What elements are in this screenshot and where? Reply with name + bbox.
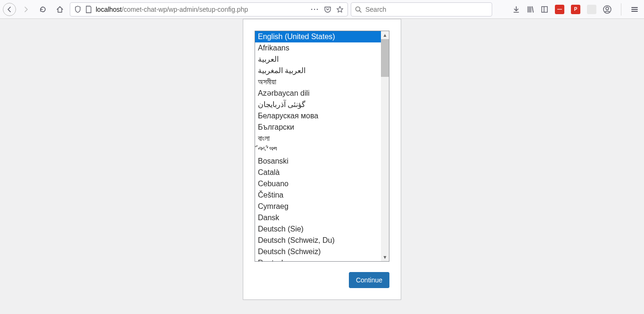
toolbar-right: — P bbox=[512, 3, 641, 16]
page-info-icon bbox=[85, 6, 92, 13]
extension-badge-p[interactable]: P bbox=[571, 5, 580, 14]
language-option[interactable]: བོད་ཡིག bbox=[255, 144, 389, 156]
hamburger-menu-icon[interactable] bbox=[631, 6, 638, 13]
page-actions-icon[interactable]: ··· bbox=[311, 6, 319, 13]
search-icon bbox=[355, 6, 362, 13]
url-text: localhost/comet-chat-wp/wp-admin/setup-c… bbox=[96, 6, 307, 13]
language-option[interactable]: Afrikaans bbox=[255, 42, 389, 54]
scrollbar-track[interactable] bbox=[381, 39, 389, 253]
account-icon[interactable] bbox=[603, 5, 611, 14]
home-button[interactable] bbox=[53, 2, 67, 17]
downloads-icon[interactable] bbox=[512, 6, 520, 13]
language-option[interactable]: Deutsch (Schweiz) bbox=[255, 246, 389, 257]
language-option[interactable]: Dansk bbox=[255, 212, 389, 223]
back-button[interactable] bbox=[3, 3, 16, 16]
continue-wrap: Continue bbox=[255, 272, 389, 288]
language-option[interactable]: Deutsch (Schweiz, Du) bbox=[255, 235, 389, 246]
language-option[interactable]: Cymraeg bbox=[255, 201, 389, 212]
shield-icon bbox=[74, 6, 82, 13]
language-option[interactable]: العربية bbox=[255, 54, 389, 65]
language-selector[interactable]: English (United States)Afrikaansالعربيةا… bbox=[255, 31, 389, 262]
address-bar[interactable]: localhost/comet-chat-wp/wp-admin/setup-c… bbox=[70, 2, 348, 17]
language-option[interactable]: Deutsch (Sie) bbox=[255, 223, 389, 235]
extension-badge-grey[interactable] bbox=[587, 5, 596, 14]
search-input[interactable] bbox=[365, 6, 488, 13]
pocket-icon[interactable] bbox=[324, 6, 331, 13]
language-option[interactable]: Català bbox=[255, 167, 389, 178]
svg-rect-1 bbox=[542, 7, 547, 12]
continue-button[interactable]: Continue bbox=[349, 272, 389, 288]
language-option[interactable]: Deutsch bbox=[255, 257, 389, 262]
search-bar[interactable] bbox=[351, 2, 492, 17]
setup-card: English (United States)Afrikaansالعربيةا… bbox=[243, 19, 401, 300]
extension-badge-red[interactable]: — bbox=[555, 5, 564, 14]
library-icon[interactable] bbox=[527, 6, 534, 13]
reload-button[interactable] bbox=[36, 2, 50, 17]
url-actions: ··· bbox=[311, 6, 344, 13]
language-option[interactable]: English (United States) bbox=[255, 31, 389, 42]
bookmark-star-icon[interactable] bbox=[336, 6, 344, 13]
scroll-down-icon[interactable]: ▼ bbox=[381, 253, 389, 261]
language-option[interactable]: Čeština bbox=[255, 190, 389, 201]
separator bbox=[621, 3, 621, 16]
language-option[interactable]: العربية المغربية bbox=[255, 65, 389, 76]
language-option[interactable]: Azərbaycan dili bbox=[255, 88, 389, 99]
language-list[interactable]: English (United States)Afrikaansالعربيةا… bbox=[255, 31, 389, 262]
scroll-up-icon[interactable]: ▲ bbox=[381, 31, 389, 39]
language-scrollbar[interactable]: ▲ ▼ bbox=[381, 31, 389, 261]
browser-toolbar: localhost/comet-chat-wp/wp-admin/setup-c… bbox=[0, 0, 644, 19]
language-option[interactable]: Български bbox=[255, 122, 389, 133]
scrollbar-thumb[interactable] bbox=[381, 39, 389, 77]
language-option[interactable]: گؤنئی آذربایجان bbox=[255, 99, 389, 110]
language-option[interactable]: Bosanski bbox=[255, 156, 389, 167]
language-option[interactable]: বাংলা bbox=[255, 133, 389, 144]
svg-point-3 bbox=[606, 7, 609, 10]
page-content: English (United States)Afrikaansالعربيةا… bbox=[0, 19, 644, 314]
language-option[interactable]: Cebuano bbox=[255, 178, 389, 190]
forward-button[interactable] bbox=[19, 2, 33, 17]
sidebar-icon[interactable] bbox=[541, 6, 548, 13]
language-option[interactable]: Беларуская мова bbox=[255, 110, 389, 122]
language-option[interactable]: অসমীয়া bbox=[255, 76, 389, 88]
